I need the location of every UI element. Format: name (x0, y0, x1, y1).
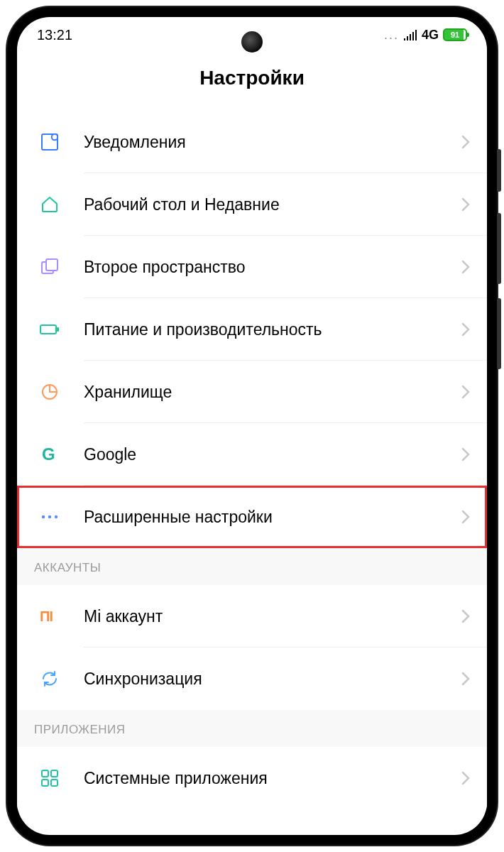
svg-rect-13 (51, 770, 57, 777)
camera-cutout (241, 31, 263, 53)
svg-rect-14 (42, 780, 48, 786)
row-label: Синхронизация (84, 670, 461, 689)
signal-icon (403, 29, 417, 40)
row-notifications[interactable]: Уведомления (17, 111, 487, 173)
home-icon (34, 195, 65, 214)
svg-point-10 (55, 515, 57, 518)
svg-point-1 (52, 134, 57, 140)
second-space-icon (34, 257, 65, 277)
battery-percent-label: 91 (451, 31, 459, 39)
svg-rect-15 (51, 780, 57, 786)
row-label: Питание и производительность (84, 320, 461, 339)
row-advanced-settings[interactable]: Расширенные настройки (17, 486, 487, 548)
status-time: 13:21 (37, 27, 72, 43)
row-home-recents[interactable]: Рабочий стол и Недавние (17, 173, 487, 236)
battery-icon: 91 (443, 28, 467, 41)
google-icon: G (34, 445, 65, 464)
row-sync[interactable]: Синхронизация (17, 648, 487, 710)
chevron-right-icon (461, 672, 470, 686)
apps-icon (34, 769, 65, 787)
phone-frame: 13:21 ... 4G 91 Настройки Уведомления (7, 7, 497, 845)
svg-rect-4 (40, 325, 56, 334)
chevron-right-icon (461, 322, 470, 337)
svg-rect-3 (46, 259, 57, 271)
chevron-right-icon (461, 260, 470, 274)
row-label: Системные приложения (84, 769, 461, 788)
section-header-apps: ПРИЛОЖЕНИЯ (17, 710, 487, 747)
svg-rect-12 (42, 770, 48, 777)
page-title: Настройки (17, 48, 487, 111)
chevron-right-icon (461, 609, 470, 623)
mi-icon: ΠΙ (34, 609, 65, 623)
row-google[interactable]: G Google (17, 423, 487, 486)
section-header-accounts: АККАУНТЫ (17, 548, 487, 585)
screen: 13:21 ... 4G 91 Настройки Уведомления (17, 17, 487, 835)
side-button (497, 213, 501, 284)
row-label: Mi аккаунт (84, 607, 461, 626)
row-system-apps[interactable]: Системные приложения (17, 747, 487, 809)
row-label: Второе пространство (84, 258, 461, 277)
chevron-right-icon (461, 447, 470, 462)
row-label: Уведомления (84, 133, 461, 152)
row-label: Расширенные настройки (84, 508, 461, 527)
chevron-right-icon (461, 771, 470, 785)
chevron-right-icon (461, 510, 470, 524)
row-battery-performance[interactable]: Питание и производительность (17, 298, 487, 361)
row-label: Рабочий стол и Недавние (84, 195, 461, 214)
svg-text:ΠΙ: ΠΙ (40, 609, 53, 623)
settings-list: Уведомления Рабочий стол и Недавние Втор… (17, 111, 487, 809)
row-storage[interactable]: Хранилище (17, 361, 487, 423)
status-right: ... 4G 91 (384, 28, 467, 43)
row-mi-account[interactable]: ΠΙ Mi аккаунт (17, 585, 487, 648)
battery-performance-icon (34, 322, 65, 337)
svg-point-8 (42, 515, 45, 518)
svg-point-9 (48, 515, 51, 518)
notification-icon (34, 132, 65, 152)
side-button (497, 298, 501, 369)
storage-icon (34, 382, 65, 402)
chevron-right-icon (461, 385, 470, 399)
menu-dots-icon: ... (384, 28, 399, 43)
row-label: Хранилище (84, 383, 461, 402)
row-second-space[interactable]: Второе пространство (17, 236, 487, 298)
chevron-right-icon (461, 197, 470, 212)
side-button (497, 149, 501, 192)
chevron-right-icon (461, 135, 470, 149)
network-type-label: 4G (422, 28, 439, 43)
sync-icon (34, 669, 65, 689)
more-icon (34, 513, 65, 520)
svg-text:G: G (42, 445, 55, 464)
svg-rect-5 (57, 327, 59, 332)
row-label: Google (84, 445, 461, 464)
